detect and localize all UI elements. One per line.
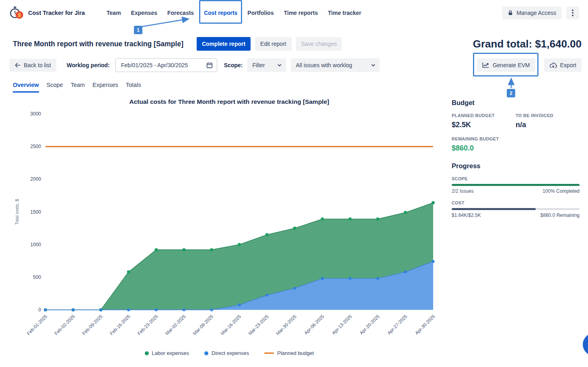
budget-columns: PLANNED BUDGET $2.5K TO BE INVOICED n/a <box>452 113 580 129</box>
cost-progress-label: COST <box>452 200 580 205</box>
chevron-down-icon <box>277 63 282 68</box>
to-be-invoiced-value: n/a <box>516 121 580 129</box>
scope-progress-captions: 2/2 Issues 100% Completed <box>452 188 580 194</box>
report-action-buttons: Complete report Edit report Save changes <box>197 37 342 51</box>
cost-progress-captions: $1.64K/$2.5K $860.0 Remaining <box>452 212 580 218</box>
nav-expenses[interactable]: Expenses <box>131 10 157 16</box>
budget-progress-sidebar: Budget PLANNED BUDGET $2.5K TO BE INVOIC… <box>452 99 580 225</box>
svg-text:Mar-30-2025: Mar-30-2025 <box>275 314 297 336</box>
worklog-period-input[interactable]: Feb/01/2025 - Apr/30/2025 <box>115 58 217 72</box>
report-header-row: Three Month report with revenue tracking… <box>13 36 582 52</box>
svg-text:1500: 1500 <box>30 209 41 215</box>
chart-title: Actual costs for Three Month report with… <box>10 98 449 105</box>
planned-budget-label: PLANNED BUDGET <box>452 113 516 118</box>
svg-text:Apr-13-2025: Apr-13-2025 <box>331 314 353 336</box>
nav-team[interactable]: Team <box>107 10 121 16</box>
back-to-list-button[interactable]: Back to list <box>10 59 56 72</box>
blue-dot-icon <box>204 351 208 355</box>
arrow-left-icon <box>15 63 21 68</box>
tab-totals[interactable]: Totals <box>126 82 141 93</box>
svg-text:Mar-09-2025: Mar-09-2025 <box>192 314 214 336</box>
report-tabs: Overview Scope Team Expenses Totals <box>13 82 141 93</box>
nav-cost-reports-label: Cost reports <box>204 10 237 16</box>
svg-text:$: $ <box>18 12 21 18</box>
svg-text:Total costs, $: Total costs, $ <box>14 199 19 225</box>
annotation-step-1-badge: 1 <box>134 26 142 34</box>
app-title: Cost Tracker for Jira <box>28 10 85 16</box>
calendar-icon <box>206 62 213 68</box>
legend-direct-expenses: Direct expenses <box>204 350 249 356</box>
tab-team[interactable]: Team <box>71 82 85 93</box>
legend-budget-label: Planned budget <box>277 350 314 356</box>
nav-cost-reports[interactable]: Cost reports <box>204 10 237 16</box>
app-logo-stopwatch-moneybag-icon: $ <box>9 5 24 21</box>
svg-text:500: 500 <box>33 274 41 280</box>
manage-access-button[interactable]: Manage Access <box>502 6 561 19</box>
save-changes-button[interactable]: Save changes <box>296 37 342 51</box>
grand-total: Grand total: $1,640.00 <box>473 38 582 50</box>
to-be-invoiced-block: TO BE INVOICED n/a <box>516 113 580 129</box>
tab-expenses[interactable]: Expenses <box>93 82 118 93</box>
worklog-period-value: Feb/01/2025 - Apr/30/2025 <box>121 62 188 68</box>
nav-forecasts[interactable]: Forecasts <box>167 10 194 16</box>
tab-overview[interactable]: Overview <box>13 82 39 93</box>
complete-report-button[interactable]: Complete report <box>197 37 251 51</box>
planned-budget-block: PLANNED BUDGET $2.5K <box>452 113 516 129</box>
svg-text:Feb-01-2025: Feb-01-2025 <box>26 314 48 336</box>
scope-label: Scope: <box>224 62 243 68</box>
svg-text:Feb-16-2025: Feb-16-2025 <box>109 314 131 336</box>
scope-progress-bar <box>452 184 580 186</box>
actual-costs-area-chart: 050010001500200025003000Total costs, $Fe… <box>10 108 449 355</box>
budget-section-title: Budget <box>452 99 580 107</box>
svg-text:Feb-02-2025: Feb-02-2025 <box>53 314 76 336</box>
cost-progress-fill <box>452 208 536 210</box>
cost-remaining: $860.0 Remaining <box>541 212 580 218</box>
legend-labor-label: Labor expenses <box>152 350 189 356</box>
kebab-menu-icon <box>572 9 574 16</box>
progress-section-title: Progress <box>452 162 580 170</box>
scope-progress-label: SCOPE <box>452 176 580 181</box>
svg-text:2500: 2500 <box>30 144 41 149</box>
scope-filter-value: Filter <box>252 62 265 68</box>
report-toolbar: Back to list Worklog period: Feb/01/2025… <box>10 58 582 72</box>
app-header: $ Cost Tracker for Jira Team Expenses Fo… <box>0 0 588 26</box>
header-right-actions: Manage Access <box>502 6 579 19</box>
remaining-budget-block: REMAINING BUDGET $860.0 <box>452 136 580 153</box>
cost-spent-of-budget: $1.64K/$2.5K <box>452 212 481 218</box>
svg-text:Mar-23-2025: Mar-23-2025 <box>247 314 269 336</box>
back-to-list-label: Back to list <box>24 62 51 68</box>
manage-access-label: Manage Access <box>516 10 556 16</box>
nav-portfolios[interactable]: Portfolios <box>247 10 273 16</box>
annotation-step-2-badge: 2 <box>507 89 515 97</box>
svg-text:1000: 1000 <box>30 242 41 247</box>
scope-progress-fill <box>452 184 580 186</box>
cloud-export-icon <box>549 62 557 68</box>
line-chart-icon <box>482 62 489 68</box>
svg-text:2000: 2000 <box>30 176 41 182</box>
nav-time-tracker[interactable]: Time tracker <box>328 10 361 16</box>
legend-direct-label: Direct expenses <box>212 350 249 356</box>
issues-filter-select[interactable]: All issues with worklog <box>291 58 380 72</box>
scope-filter-select[interactable]: Filter <box>247 58 286 72</box>
svg-text:Feb-23-2025: Feb-23-2025 <box>137 314 159 336</box>
to-be-invoiced-label: TO BE INVOICED <box>516 113 580 118</box>
grand-total-value: $1,640.00 <box>535 38 582 50</box>
svg-text:Apr-20-2025: Apr-20-2025 <box>359 314 380 336</box>
svg-text:3000: 3000 <box>30 111 41 117</box>
export-label: Export <box>560 62 576 68</box>
legend-planned-budget: Planned budget <box>264 350 314 356</box>
report-title: Three Month report with revenue tracking… <box>13 40 183 48</box>
orange-line-icon <box>264 353 274 354</box>
nav-time-reports[interactable]: Time reports <box>284 10 318 16</box>
planned-budget-value: $2.5K <box>452 121 516 129</box>
remaining-budget-value: $860.0 <box>452 144 580 153</box>
export-button[interactable]: Export <box>544 58 582 72</box>
chart-legend: Labor expenses Direct expenses Planned b… <box>10 350 449 356</box>
chevron-down-icon <box>371 63 376 68</box>
generate-evm-button[interactable]: Generate EVM <box>477 58 535 72</box>
overflow-menu-button[interactable] <box>566 6 579 19</box>
svg-text:Apr-27-2025: Apr-27-2025 <box>387 314 408 336</box>
chat-widget-bubble[interactable] <box>583 333 588 356</box>
tab-scope[interactable]: Scope <box>47 82 63 93</box>
edit-report-button[interactable]: Edit report <box>255 37 292 51</box>
